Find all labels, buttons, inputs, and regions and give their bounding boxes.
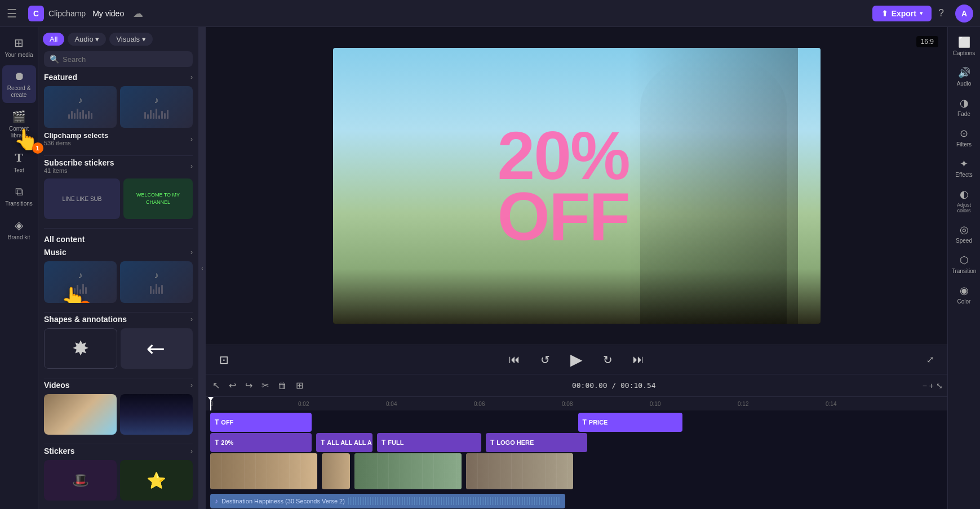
subscribe-sticker-thumb-1[interactable]: LINE LIKE SUB (44, 178, 120, 219)
filter-tab-visuals[interactable]: Visuals ▾ (109, 33, 152, 46)
shape-star-thumb[interactable]: ✸ (44, 328, 117, 369)
subscribe-stickers-header[interactable]: Subscribe stickers 41 items › (44, 158, 193, 174)
video-title[interactable]: My video (92, 9, 124, 18)
ruler-mark-06: 0:06 (474, 401, 485, 407)
right-sidebar: ⬜ Captions 🔊 Audio ◑ Fade ⊙ Filters ✦ Ef… (947, 27, 980, 509)
skip-forward-button[interactable]: ⏭ (628, 351, 649, 368)
right-tool-audio[interactable]: 🔊 Audio (950, 62, 979, 91)
zoom-out-button[interactable]: − (923, 381, 927, 390)
video-thumb-1[interactable] (44, 394, 117, 435)
subscribe-arrow-icon: › (190, 162, 193, 170)
text-clip-full[interactable]: T FULL (377, 433, 481, 452)
delete-button[interactable]: 🗑 (276, 378, 289, 393)
ruler-mark-04: 0:04 (386, 401, 397, 407)
video-clip-2[interactable] (322, 453, 350, 489)
video-clip-4[interactable] (466, 453, 573, 489)
play-button[interactable]: ▶ (566, 348, 587, 371)
shapes-header[interactable]: Shapes & annotations › (44, 315, 193, 324)
right-tool-adjust-colors[interactable]: ◐ Adjustcolors (950, 184, 979, 218)
shape-arrow-thumb[interactable]: ↙ (121, 328, 193, 369)
subscribe-sticker-thumb-2[interactable]: WELCOME TO MY CHANNEL (123, 178, 193, 219)
main-area: ⊞ Your media ⏺ Record &create 🎬 Contentl… (0, 27, 980, 509)
transition-icon: ⬡ (960, 254, 969, 266)
timeline-content: T OFF T PRICE T 20 (206, 413, 947, 508)
music-thumb-1[interactable]: ♪ 👆 2 (44, 261, 117, 303)
video-clip-1[interactable] (210, 453, 317, 489)
text-clip-all[interactable]: T ALL ALL ALL A (316, 433, 373, 452)
right-tool-speed[interactable]: ◎ Speed (950, 219, 979, 248)
split-button[interactable]: ✂ (259, 378, 271, 393)
stickers-arrow-icon: › (190, 447, 193, 455)
search-bar: 🔍 (44, 51, 193, 67)
stickers-header[interactable]: Stickers › (44, 447, 193, 456)
clipchamp-selects-arrow: › (190, 135, 193, 143)
right-tool-fade[interactable]: ◑ Fade (950, 92, 979, 122)
text-clip-off[interactable]: T OFF (210, 413, 312, 432)
export-button[interactable]: ⬆ Export ▾ (872, 6, 932, 21)
text-clip-label-off: OFF (221, 419, 233, 426)
filter-tab-audio[interactable]: Audio ▾ (68, 33, 106, 46)
sidebar-item-brand-kit[interactable]: ◈ Brand kit (2, 214, 36, 245)
rewind-button[interactable]: ↺ (536, 351, 555, 369)
panel-collapse-button[interactable]: ‹ (199, 27, 206, 509)
search-input[interactable] (63, 55, 187, 64)
featured-thumb-2[interactable]: ♪ (120, 86, 193, 128)
crop-button[interactable]: ⊡ (215, 351, 233, 369)
help-button[interactable]: ? (938, 7, 944, 19)
fit-button[interactable]: ⤡ (936, 381, 943, 390)
text-clip-price[interactable]: T PRICE (578, 413, 682, 432)
music-header[interactable]: Music › (44, 248, 193, 257)
text-clip-label-logo: LOGO HERE (496, 439, 534, 446)
zoom-in-button[interactable]: + (929, 381, 934, 390)
video-thumb-2[interactable] (120, 394, 193, 435)
section-subscribe-stickers: Subscribe stickers 41 items › LINE LIKE … (38, 158, 198, 226)
music-thumb-2[interactable]: ♪ (120, 261, 193, 303)
sticker-thumb-2[interactable]: ⭐ (120, 460, 193, 501)
sticker-thumb-1[interactable]: 🎩 (44, 460, 117, 501)
effects-icon: ✦ (960, 158, 968, 170)
videos-header[interactable]: Videos › (44, 381, 193, 390)
track-gap-1 (313, 433, 315, 452)
right-tool-effects[interactable]: ✦ Effects (950, 153, 979, 182)
skip-back-button[interactable]: ⏮ (504, 351, 525, 368)
search-icon: 🔍 (50, 55, 59, 64)
sidebar-item-transitions[interactable]: ⧉ Transitions (2, 181, 36, 212)
avatar[interactable]: A (955, 5, 973, 23)
filters-label: Filters (956, 141, 972, 148)
shapes-arrow-icon: › (190, 315, 193, 323)
video-controls: ⊡ ⏮ ↺ ▶ ↻ ⏭ ⤢ (206, 345, 947, 374)
sidebar-label-brand: Brand kit (8, 234, 30, 241)
sidebar-item-your-media[interactable]: ⊞ Your media (2, 32, 36, 63)
video-preview[interactable]: 20% OFF (333, 48, 821, 324)
video-clip-3[interactable] (354, 453, 462, 489)
hamburger-button[interactable]: ☰ (7, 7, 17, 20)
redo-button[interactable]: ↪ (243, 378, 255, 393)
audio-clip-icon: ♪ (215, 497, 218, 505)
select-tool-button[interactable]: ↖ (210, 378, 222, 393)
text-clip-logo[interactable]: T LOGO HERE (486, 433, 587, 452)
track-spacer-1b (684, 413, 948, 432)
section-featured-header[interactable]: Featured › (44, 73, 193, 82)
brand-kit-icon: ◈ (15, 218, 23, 232)
featured-thumb-1[interactable]: ♪ (44, 86, 117, 128)
sidebar-item-text[interactable]: T Text (2, 146, 36, 178)
fullscreen-button[interactable]: ⤢ (922, 352, 938, 367)
text-clip-icon-price: T (583, 418, 587, 426)
undo-button[interactable]: ↩ (227, 378, 238, 393)
right-tool-color[interactable]: ◉ Color (950, 280, 979, 309)
sidebar-item-record-create[interactable]: ⏺ Record &create (2, 65, 36, 103)
videos-thumbnails (44, 394, 193, 435)
timeline-tracks[interactable]: T OFF T PRICE T 20 (206, 410, 947, 509)
audio-clip[interactable]: ♪ Destination Happiness (30 Seconds Vers… (210, 494, 565, 508)
playhead-ruler (210, 397, 211, 410)
clipchamp-selects-row[interactable]: Clipchamp selects 536 items › (44, 131, 193, 146)
text-clip-20[interactable]: T 20% (210, 433, 312, 452)
right-tool-captions[interactable]: ⬜ Captions (950, 32, 979, 61)
forward-button[interactable]: ↻ (598, 351, 617, 369)
right-tool-transition[interactable]: ⬡ Transition (950, 249, 979, 279)
add-to-timeline-button[interactable]: ⊞ (294, 378, 305, 393)
effects-label: Effects (955, 172, 972, 178)
filter-tab-all[interactable]: All (43, 33, 64, 46)
sidebar-item-content-library[interactable]: 🎬 Contentlibrary 👆 1 (2, 105, 36, 144)
right-tool-filters[interactable]: ⊙ Filters (950, 123, 979, 152)
